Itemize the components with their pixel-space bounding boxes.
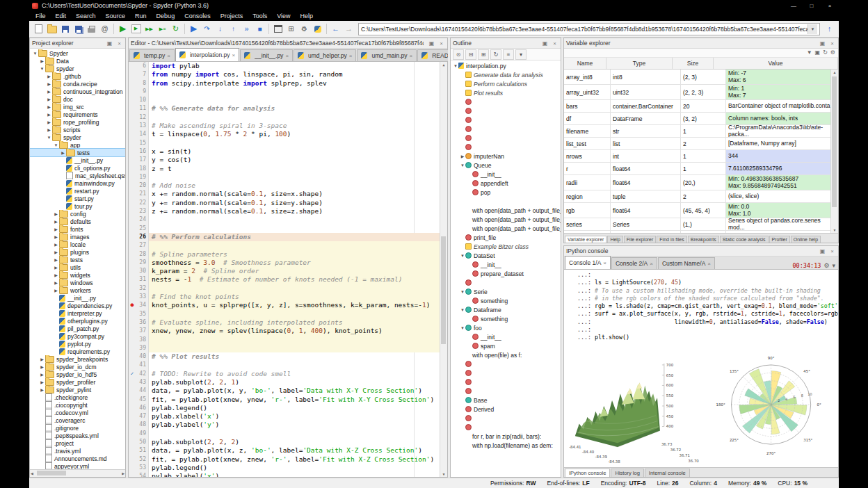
code-line-49[interactable]: 49 [129,430,447,438]
tree-item-app[interactable]: ▼app [30,141,125,149]
outline-item-with-open-data-path-output-file-n[interactable]: with open(data_path + output_file_n... [451,224,561,233]
tree-item-widgets[interactable]: ▶widgets [30,271,125,279]
variable-row-r[interactable]: rfloat6417.611082589334796 [564,163,838,175]
tree-item-workers[interactable]: ▶workers [30,286,125,294]
expander-icon[interactable]: ▶ [39,380,45,384]
outline-item-something[interactable]: something [451,314,561,323]
editor-tab-init-py[interactable]: __init__.py× [240,49,293,61]
tree-item-cli-options-py[interactable]: cli_options.py [30,164,125,172]
maximize-pane-icon[interactable] [271,22,284,36]
python-env-icon[interactable] [311,22,324,36]
outline-item-blank[interactable] [451,124,561,133]
tree-item-spyder[interactable]: ▼spyder [30,133,125,141]
close-tab-icon[interactable]: × [410,53,413,59]
menu-source[interactable]: Source [101,13,131,19]
code-line-36[interactable]: 36# Evaluate spline, including interpola… [129,318,447,327]
find-in-files-icon[interactable]: @ [98,22,111,36]
close-tab-icon[interactable]: × [232,52,236,58]
tree-item-py3compat-py[interactable]: py3compat.py [30,332,125,340]
code-line-27[interactable]: 27 [129,241,447,250]
pane-tab-breakpoints[interactable]: Breakpoints [688,236,719,243]
pane-tab-find-in-files[interactable]: Find in files [657,236,686,243]
code-line-8[interactable]: 8from scipy.interpolate import splprep, … [129,79,447,88]
close-tab-icon[interactable]: × [349,53,353,59]
expander-icon[interactable]: ▶ [39,372,45,377]
scrollbar-thumb[interactable] [37,471,66,475]
variable-row-array-int8[interactable]: array_int8int8(2, 3)Min: -7 Max: 6 [564,70,838,85]
tree-item-utils[interactable]: ▶utils [30,263,125,271]
column-header-type[interactable]: Type [606,58,673,69]
variable-row-test-none[interactable]: test_noneNoneType1NoneType object of bui… [564,231,838,233]
expander-icon[interactable]: ▶ [46,74,52,79]
run-icon[interactable]: ▶ [116,22,129,36]
preferences-icon[interactable]: ⚙ [298,22,311,36]
outline-item-blank[interactable] [451,97,561,106]
expander-icon[interactable]: ▶ [53,280,59,285]
tree-item-checkignore[interactable]: .checkignore [30,393,125,401]
expander-icon[interactable]: ▶ [460,154,465,158]
expander-icon[interactable]: ▶ [39,58,45,63]
show-fullpath-icon[interactable]: ≡ [503,49,514,60]
tree-item-otherplugins-py[interactable]: otherplugins.py [30,317,125,325]
run-cell-icon[interactable]: ▶ [129,22,143,36]
outline-item-spam[interactable]: spam [451,341,561,350]
tree-item-dependencies-py[interactable]: dependencies.py [30,302,125,309]
expander-icon[interactable]: ▶ [46,97,52,101]
tree-item-conda-recipe[interactable]: ▶conda.recipe [30,80,125,88]
expander-icon[interactable]: ▼ [460,326,465,330]
expander-icon[interactable]: ▼ [460,290,465,294]
code-line-32[interactable]: 32 [129,284,447,293]
outline-item-foo[interactable]: ▼foo [451,323,561,332]
code-line-50[interactable]: 50pylab.subplot(2, 2, 2) [129,438,447,446]
close-tab-icon[interactable]: × [650,261,653,267]
tree-item-spyder-breakpoints[interactable]: ▶spyder_breakpoints [30,355,125,363]
combo-dropdown-icon[interactable]: ▼ [807,24,817,34]
outline-item-generate-data-for-analysis[interactable]: Generate data for analysis [451,70,561,79]
code-line-46[interactable]: 46pylab.legend() [129,404,447,412]
editor-code-area[interactable]: 6import pylab7from numpy import cos, lin… [129,62,447,477]
expander-icon[interactable]: ▼ [460,308,465,312]
scroll-up-icon[interactable]: ▲ [440,63,447,67]
console-tab-console-2-a[interactable]: Console 2/A× [611,257,657,269]
layout-icon[interactable]: ⊞ [284,22,298,36]
code-line-24[interactable]: 24 [129,215,447,224]
code-line-53[interactable]: 53pylab.legend() [129,464,447,472]
column-header-size[interactable]: Size [673,58,714,69]
outline-item-pop[interactable]: pop [451,188,561,197]
tree-item-continuous-integration[interactable]: ▶continuous_integration [30,88,125,95]
expander-icon[interactable]: ▼ [460,254,465,258]
tree-item-start-py[interactable]: start.py [30,195,125,202]
expander-icon[interactable]: ▶ [53,211,59,216]
undock-icon[interactable]: ▣ [541,40,549,47]
tree-item-interpreter-py[interactable]: interpreter.py [30,309,125,317]
working-directory-combo[interactable]: C:\Users\TestUser\Downloads\16740156420f… [358,23,820,35]
expand-all-icon[interactable]: ⊞ [478,49,489,60]
outline-item-dataset[interactable]: ▼DataSet [451,251,561,260]
menu-view[interactable]: View [272,13,295,19]
outline-item-with-open-data-path-output-file-n[interactable]: with open(data_path + output_file_n... [451,206,561,215]
outline-item-perform-calculations[interactable]: Perform calculations [451,79,561,88]
back-icon[interactable]: ← [329,22,342,36]
console-content[interactable]: ...: ...: ls = LightSource(270, 45) ...:… [564,270,838,467]
menu-projects[interactable]: Projects [216,13,248,19]
expander-icon[interactable]: ▶ [46,81,52,86]
tree-item-coveragerc[interactable]: .coveragerc [30,416,125,424]
rerun-cell-icon[interactable]: ↻ [169,22,182,36]
variable-scrollbar[interactable]: ▲ ▼ [830,70,838,233]
save-file-icon[interactable] [58,22,72,36]
code-line-7[interactable]: 7from numpy import cos, linspace, pi, si… [129,70,447,79]
tree-item-requirements-py[interactable]: requirements.py [30,348,125,355]
expander-icon[interactable]: ▶ [39,364,45,369]
pane-tab-profiler[interactable]: Profiler [769,236,790,243]
scroll-left-icon[interactable]: ◀ [31,471,33,476]
scrollbar-thumb[interactable] [441,236,446,344]
outline-item-base[interactable]: Base [451,396,561,405]
outline-item-plot-results[interactable]: Plot results [451,88,561,97]
code-line-20[interactable]: 20# Add noise [129,181,447,190]
expander-icon[interactable]: ▶ [53,273,59,277]
menu-run[interactable]: Run [130,13,152,19]
tree-item-announcements-md[interactable]: Announcements.md [30,455,125,462]
variable-row-series[interactable]: seriesSeries(1,)Series object of pandas.… [564,218,838,231]
close-pane-icon[interactable]: × [437,40,445,47]
outline-item-blank[interactable] [451,414,561,423]
